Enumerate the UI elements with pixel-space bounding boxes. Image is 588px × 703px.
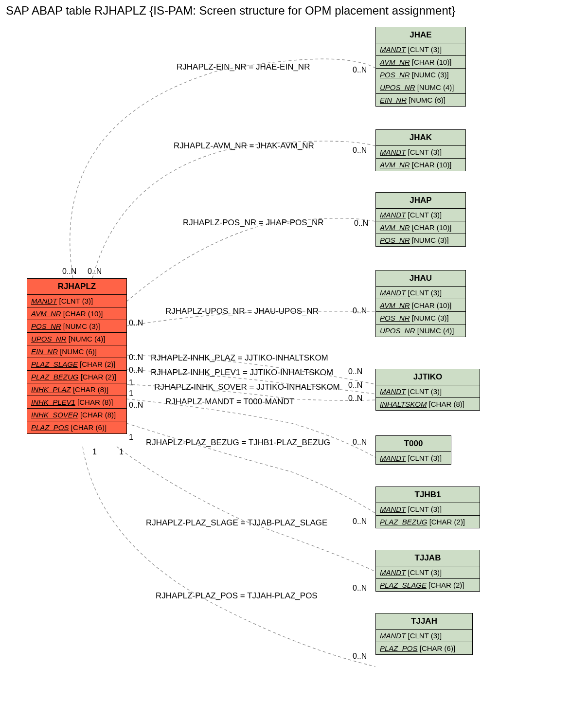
entity-t000: T000 MANDT [CLNT (3)] <box>375 435 451 465</box>
entity-jhae: JHAE MANDT [CLNT (3)] AVM_NR [CHAR (10)]… <box>375 27 466 107</box>
cardinality-label: 0..N <box>353 652 367 661</box>
page-title: SAP ABAP table RJHAPLZ {IS-PAM: Screen s… <box>6 4 455 18</box>
field-row: INHK_PLEV1 [CHAR (8)] <box>27 396 126 409</box>
entity-header: T000 <box>376 436 451 452</box>
entity-header: JHAP <box>376 193 465 209</box>
entity-header: TJHB1 <box>376 487 480 503</box>
field-row: AVM_NR [CHAR (10)] <box>27 307 126 320</box>
edge-label: RJHAPLZ-INHK_PLEV1 = JJTIKO-INHALTSKOM <box>151 368 333 378</box>
cardinality-label: 0..N <box>62 267 76 276</box>
field-row: MANDT [CLNT (3)] <box>27 295 126 307</box>
field-row: PLAZ_SLAGE [CHAR (2)] <box>376 579 480 591</box>
field-row: MANDT [CLNT (3)] <box>376 146 465 159</box>
field-row: MANDT [CLNT (3)] <box>376 566 480 579</box>
field-row: UPOS_NR [NUMC (4)] <box>376 324 465 337</box>
field-row: AVM_NR [CHAR (10)] <box>376 56 465 69</box>
cardinality-label: 0..N <box>129 401 143 410</box>
entity-jjtiko: JJTIKO MANDT [CLNT (3)] INHALTSKOM [CHAR… <box>375 369 480 411</box>
cardinality-label: 0..N <box>353 146 367 155</box>
entity-jhap: JHAP MANDT [CLNT (3)] AVM_NR [CHAR (10)]… <box>375 192 466 247</box>
cardinality-label: 1 <box>119 448 124 456</box>
edge-label: RJHAPLZ-POS_NR = JHAP-POS_NR <box>183 218 324 228</box>
entity-header: TJJAH <box>376 613 472 630</box>
cardinality-label: 0..N <box>348 394 362 403</box>
field-row: MANDT [CLNT (3)] <box>376 503 480 516</box>
edge-label: RJHAPLZ-INHK_PLAZ = JJTIKO-INHALTSKOM <box>151 353 328 363</box>
field-row: MANDT [CLNT (3)] <box>376 385 480 398</box>
edge-label: RJHAPLZ-UPOS_NR = JHAU-UPOS_NR <box>165 306 319 316</box>
field-row: PLAZ_BEZUG [CHAR (2)] <box>27 371 126 383</box>
entity-jhau: JHAU MANDT [CLNT (3)] AVM_NR [CHAR (10)]… <box>375 270 466 337</box>
cardinality-label: 1 <box>92 448 97 456</box>
cardinality-label: 0..N <box>353 66 367 74</box>
edge-label: RJHAPLZ-PLAZ_SLAGE = TJJAB-PLAZ_SLAGE <box>146 518 327 528</box>
field-row: EIN_NR [NUMC (6)] <box>27 345 126 358</box>
edge-label: RJHAPLZ-EIN_NR = JHAE-EIN_NR <box>177 62 310 72</box>
field-row: AVM_NR [CHAR (10)] <box>376 221 465 234</box>
field-row: MANDT [CLNT (3)] <box>376 630 472 642</box>
entity-header: JHAK <box>376 130 465 146</box>
field-row: MANDT [CLNT (3)] <box>376 209 465 221</box>
field-row: MANDT [CLNT (3)] <box>376 287 465 299</box>
field-row: INHK_PLAZ [CHAR (8)] <box>27 383 126 396</box>
entity-header: JHAE <box>376 27 465 43</box>
field-row: AVM_NR [CHAR (10)] <box>376 299 465 312</box>
edge-label: RJHAPLZ-INHK_SOVER = JJTIKO-INHALTSKOM <box>154 382 340 392</box>
entity-tjjah: TJJAH MANDT [CLNT (3)] PLAZ_POS [CHAR (6… <box>375 613 473 655</box>
field-row: UPOS_NR [NUMC (4)] <box>376 81 465 94</box>
edge-label: RJHAPLZ-AVM_NR = JHAK-AVM_NR <box>174 141 314 151</box>
cardinality-label: 0..N <box>129 366 143 375</box>
cardinality-label: 0..N <box>348 381 362 390</box>
field-row: MANDT [CLNT (3)] <box>376 452 451 464</box>
field-row: PLAZ_POS [CHAR (6)] <box>27 421 126 433</box>
cardinality-label: 0..N <box>353 584 367 593</box>
cardinality-label: 0..N <box>348 367 362 376</box>
entity-rjhaplz: RJHAPLZ MANDT [CLNT (3)] AVM_NR [CHAR (1… <box>27 278 127 434</box>
field-row: POS_NR [NUMC (3)] <box>376 312 465 324</box>
edge-label: RJHAPLZ-PLAZ_BEZUG = TJHB1-PLAZ_BEZUG <box>146 438 330 448</box>
cardinality-label: 0..N <box>129 319 143 327</box>
cardinality-label: 0..N <box>129 353 143 362</box>
entity-tjjab: TJJAB MANDT [CLNT (3)] PLAZ_SLAGE [CHAR … <box>375 550 480 592</box>
field-row: POS_NR [NUMC (3)] <box>376 69 465 81</box>
field-row: INHALTSKOM [CHAR (8)] <box>376 398 480 410</box>
cardinality-label: 1 <box>129 433 133 442</box>
entity-header: TJJAB <box>376 550 480 566</box>
field-row: AVM_NR [CHAR (10)] <box>376 159 465 171</box>
cardinality-label: 0..N <box>353 306 367 315</box>
field-row: PLAZ_POS [CHAR (6)] <box>376 642 472 654</box>
cardinality-label: 0..N <box>354 219 368 228</box>
cardinality-label: 0..N <box>353 517 367 526</box>
field-row: POS_NR [NUMC (3)] <box>376 234 465 246</box>
field-row: UPOS_NR [NUMC (4)] <box>27 333 126 345</box>
entity-header: RJHAPLZ <box>27 279 126 295</box>
cardinality-label: 1 <box>129 379 133 387</box>
field-row: POS_NR [NUMC (3)] <box>27 320 126 333</box>
entity-header: JJTIKO <box>376 369 480 385</box>
field-row: MANDT [CLNT (3)] <box>376 43 465 56</box>
field-row: INHK_SOVER [CHAR (8)] <box>27 409 126 421</box>
entity-tjhb1: TJHB1 MANDT [CLNT (3)] PLAZ_BEZUG [CHAR … <box>375 487 480 528</box>
field-row: PLAZ_SLAGE [CHAR (2)] <box>27 358 126 371</box>
edge-label: RJHAPLZ-PLAZ_POS = TJJAH-PLAZ_POS <box>156 591 318 601</box>
entity-header: JHAU <box>376 270 465 287</box>
field-row: EIN_NR [NUMC (6)] <box>376 94 465 106</box>
entity-jhak: JHAK MANDT [CLNT (3)] AVM_NR [CHAR (10)] <box>375 129 466 171</box>
cardinality-label: 0..N <box>88 267 102 276</box>
cardinality-label: 0..N <box>353 438 367 447</box>
edge-label: RJHAPLZ-MANDT = T000-MANDT <box>165 397 294 407</box>
field-row: PLAZ_BEZUG [CHAR (2)] <box>376 516 480 528</box>
cardinality-label: 1 <box>129 389 133 398</box>
